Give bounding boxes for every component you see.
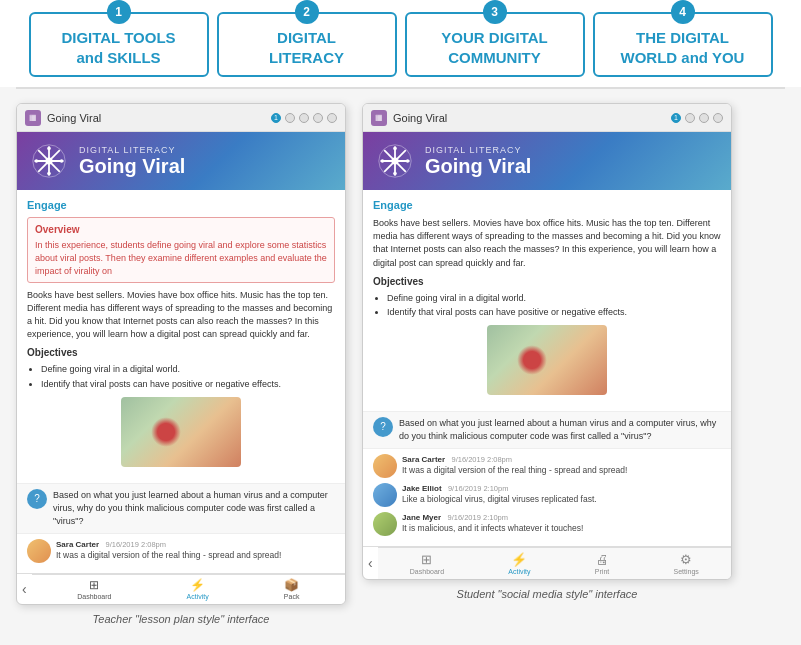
teacher-caption: Teacher "lesson plan style" interface — [93, 613, 270, 625]
svg-point-15 — [391, 157, 398, 164]
student-mockup-wrap: ▦ Going Viral 1 — [362, 103, 732, 625]
student-tab-dashboard[interactable]: ⊞ Dashboard — [410, 552, 444, 575]
student-comment-3: Jane Myer 9/16/2019 2:10pm It is malicio… — [373, 512, 721, 536]
student-comment-content-2: Jake Elliot 9/16/2019 2:10pm Like a biol… — [402, 483, 597, 507]
teacher-objective-1: Define going viral in a digital world. — [41, 363, 335, 376]
nav-card-3[interactable]: 3 YOUR DIGITAL COMMUNITY — [405, 12, 585, 77]
teacher-dot-5[interactable] — [327, 113, 337, 123]
student-objectives-list: Define going viral in a digital world. I… — [373, 292, 721, 319]
teacher-dot-2[interactable] — [285, 113, 295, 123]
student-objective-1: Define going viral in a digital world. — [387, 292, 721, 305]
student-comments: Sara Carter 9/16/2019 2:08pm It was a di… — [363, 448, 731, 546]
student-favicon-icon: ▦ — [375, 113, 383, 122]
student-question-icon: ? — [373, 417, 393, 437]
student-favicon: ▦ — [371, 110, 387, 126]
svg-point-17 — [393, 172, 397, 176]
student-print-icon: 🖨 — [596, 552, 609, 567]
nav-badge-2: 2 — [295, 0, 319, 24]
teacher-favicon: ▦ — [25, 110, 41, 126]
teacher-dot-4[interactable] — [313, 113, 323, 123]
student-engage-title: Engage — [373, 198, 721, 213]
teacher-prev-arrow[interactable]: ‹ — [17, 581, 32, 597]
student-objective-2: Identify that viral posts can have posit… — [387, 306, 721, 319]
student-tab-settings[interactable]: ⚙ Settings — [674, 552, 699, 575]
teacher-lesson-image — [121, 397, 241, 467]
teacher-objectives-list: Define going viral in a digital world. I… — [27, 363, 335, 390]
student-dot-1[interactable]: 1 — [671, 113, 681, 123]
teacher-window: ▦ Going Viral 1 — [16, 103, 346, 605]
student-comment-text-3: It is malicious, and it infects whatever… — [402, 523, 583, 533]
student-question-area: ? Based on what you just learned about a… — [363, 411, 731, 448]
student-comment-date-2: 9/16/2019 2:10pm — [448, 484, 508, 493]
student-dot-2[interactable] — [685, 113, 695, 123]
teacher-comment-author-1: Sara Carter — [56, 540, 99, 549]
svg-point-19 — [406, 159, 410, 163]
teacher-objective-2: Identify that viral posts can have posit… — [41, 378, 335, 391]
nav-card-2[interactable]: 2 DIGITAL LITERACY — [217, 12, 397, 77]
student-tab-activity-label: Activity — [508, 568, 530, 575]
student-lesson-banner: DIGITAL LITERACY Going Viral — [363, 132, 731, 190]
svg-point-6 — [47, 147, 51, 151]
teacher-comment-1: Sara Carter 9/16/2019 2:08pm It was a di… — [27, 539, 335, 563]
teacher-win-controls: 1 — [271, 113, 337, 123]
snowflake-icon — [31, 143, 67, 179]
svg-point-16 — [393, 147, 397, 151]
svg-point-8 — [35, 159, 39, 163]
student-comment-2: Jake Elliot 9/16/2019 2:10pm Like a biol… — [373, 483, 721, 507]
nav-badge-3: 3 — [483, 0, 507, 24]
student-window: ▦ Going Viral 1 — [362, 103, 732, 580]
svg-point-5 — [45, 157, 52, 164]
teacher-engage-title: Engage — [27, 198, 335, 213]
teacher-tab-pack[interactable]: 📦 Pack — [284, 578, 300, 600]
student-comment-text-2: Like a biological virus, digital viruses… — [402, 494, 597, 504]
nav-title-4: THE DIGITAL WORLD and YOU — [607, 28, 759, 67]
student-activity-icon: ⚡ — [511, 552, 527, 567]
teacher-tab-activity[interactable]: ⚡ Activity — [187, 578, 209, 600]
student-bottom-bar: ‹ ⊞ Dashboard ⚡ Activity 🖨 Print — [363, 546, 731, 579]
student-tab-print[interactable]: 🖨 Print — [595, 552, 609, 575]
student-settings-icon: ⚙ — [680, 552, 692, 567]
teacher-overview-label: Overview — [35, 223, 327, 237]
svg-point-7 — [47, 172, 51, 176]
teacher-overview-text: In this experience, students define goin… — [35, 239, 327, 277]
teacher-dot-3[interactable] — [299, 113, 309, 123]
student-dot-3[interactable] — [699, 113, 709, 123]
student-nav-tabs: ⊞ Dashboard ⚡ Activity 🖨 Print ⚙ Setting… — [378, 547, 731, 579]
student-tab-settings-label: Settings — [674, 568, 699, 575]
student-comment-author-2: Jake Elliot — [402, 484, 442, 493]
student-titlebar: ▦ Going Viral 1 — [363, 104, 731, 132]
teacher-lesson-banner: DIGITAL LITERACY Going Viral — [17, 132, 345, 190]
nav-title-3: YOUR DIGITAL COMMUNITY — [419, 28, 571, 67]
student-tab-dashboard-label: Dashboard — [410, 568, 444, 575]
teacher-dot-1[interactable]: 1 — [271, 113, 281, 123]
teacher-overview-box: Overview In this experience, students de… — [27, 217, 335, 283]
nav-card-1[interactable]: 1 DIGITAL TOOLS and SKILLS — [29, 12, 209, 77]
student-comment-content-1: Sara Carter 9/16/2019 2:08pm It was a di… — [402, 454, 627, 478]
pack-icon: 📦 — [284, 578, 299, 592]
dashboard-icon: ⊞ — [89, 578, 99, 592]
student-comment-author-3: Jane Myer — [402, 513, 441, 522]
student-lesson-body: Engage Books have best sellers. Movies h… — [363, 190, 731, 411]
student-avatar-2 — [373, 483, 397, 507]
student-comment-text-1: It was a digital version of the real thi… — [402, 465, 627, 475]
student-prev-arrow[interactable]: ‹ — [363, 555, 378, 571]
student-win-controls: 1 — [671, 113, 723, 123]
student-tab-activity[interactable]: ⚡ Activity — [508, 552, 530, 575]
top-navigation: 1 DIGITAL TOOLS and SKILLS 2 DIGITAL LIT… — [0, 0, 801, 87]
teacher-comment-avatar-1 — [27, 539, 51, 563]
teacher-banner-title: Going Viral — [79, 155, 185, 178]
nav-card-4[interactable]: 4 THE DIGITAL WORLD and YOU — [593, 12, 773, 77]
student-comment-author-1: Sara Carter — [402, 455, 445, 464]
teacher-body-text: Books have best sellers. Movies have box… — [27, 289, 335, 341]
student-title-left: ▦ Going Viral — [371, 110, 447, 126]
student-dot-4[interactable] — [713, 113, 723, 123]
student-tab-print-label: Print — [595, 568, 609, 575]
teacher-tab-dashboard[interactable]: ⊞ Dashboard — [77, 578, 111, 600]
student-snowflake-icon — [377, 143, 413, 179]
teacher-tab-pack-label: Pack — [284, 593, 300, 600]
teacher-titlebar: ▦ Going Viral 1 — [17, 104, 345, 132]
teacher-lesson-body: Engage Overview In this experience, stud… — [17, 190, 345, 483]
svg-point-9 — [60, 159, 64, 163]
student-banner-text: DIGITAL LITERACY Going Viral — [425, 145, 531, 178]
svg-point-18 — [381, 159, 385, 163]
